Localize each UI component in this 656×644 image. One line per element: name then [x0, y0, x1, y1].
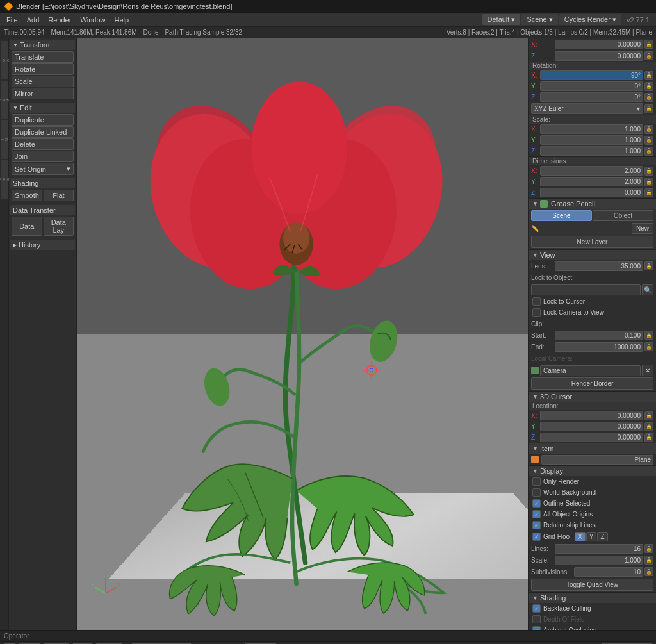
subdiv-lock[interactable]: 🔒 — [644, 567, 653, 576]
lock-object-field[interactable] — [531, 284, 641, 295]
duplicate-btn[interactable]: Duplicate — [12, 114, 74, 126]
cursor-y-value[interactable]: 0.00000 — [540, 422, 643, 431]
display-header[interactable]: ▼ Display — [529, 466, 656, 476]
rotate-btn[interactable]: Rotate — [12, 63, 74, 75]
view-header[interactable]: ▼ View — [529, 250, 656, 260]
gp-new-btn[interactable]: New — [632, 223, 653, 234]
lock-x-btn[interactable]: 🔒 — [644, 40, 653, 49]
lock-camera-check[interactable] — [532, 308, 541, 317]
workspace-selector[interactable]: Default ▾ — [482, 14, 521, 25]
clip-end-value[interactable]: 1000.000 — [555, 342, 643, 352]
grid-y-btn[interactable]: Y — [586, 532, 597, 541]
smooth-btn[interactable]: Smooth — [12, 190, 42, 201]
scale-z-value[interactable]: 1.000 — [540, 146, 643, 156]
grid-x-btn[interactable]: X — [575, 532, 586, 541]
all-obj-origins-check[interactable]: ✓ — [532, 510, 541, 518]
lock-scaley-btn[interactable]: 🔒 — [644, 136, 653, 145]
grid-scale-value[interactable]: 1.000 — [555, 556, 643, 565]
render-border-btn[interactable]: Render Border — [531, 377, 653, 390]
tab-animation[interactable]: Anim — [1, 120, 8, 159]
join-btn[interactable]: Join — [12, 151, 74, 162]
cursor-z-lock[interactable]: 🔒 — [644, 433, 653, 442]
camera-field[interactable]: Camera — [540, 365, 641, 376]
lock-scalez-btn[interactable]: 🔒 — [644, 147, 653, 156]
subdivisions-value[interactable]: 10 — [574, 567, 643, 577]
scale-lock[interactable]: 🔒 — [644, 556, 653, 565]
data-lay-btn[interactable]: Data Lay — [44, 217, 74, 236]
transform-header[interactable]: ▼ Transform — [10, 40, 75, 50]
lock-rotmode-btn[interactable]: 🔒 — [644, 104, 653, 113]
cursor-x-lock[interactable]: 🔒 — [644, 411, 653, 420]
rotation-mode-selector[interactable]: XYZ Euler ▾ — [531, 103, 643, 114]
history-header[interactable]: ▶ History — [10, 240, 75, 250]
lock-object-search-btn[interactable]: 🔍 — [642, 284, 653, 295]
dim-y-value[interactable]: 2.000 — [540, 177, 643, 186]
lock-dimz-btn[interactable]: 🔒 — [644, 188, 653, 197]
cursor-y-lock[interactable]: 🔒 — [644, 422, 653, 431]
menu-help[interactable]: Help — [111, 15, 133, 25]
toggle-quad-btn[interactable]: Toggle Quad View — [531, 579, 653, 591]
shading-prop-header[interactable]: ▼ Shading — [529, 593, 656, 603]
grid-z-btn[interactable]: Z — [597, 532, 607, 541]
dof-check[interactable] — [532, 615, 541, 623]
set-origin-btn[interactable]: Set Origin ▾ — [12, 163, 74, 175]
only-render-check[interactable] — [532, 477, 541, 486]
cursor-z-value[interactable]: 0.00000 — [540, 433, 643, 442]
lock-dimy-btn[interactable]: 🔒 — [644, 178, 653, 186]
edit-header[interactable]: ▼ Edit — [10, 103, 75, 113]
dim-z-value[interactable]: 0.000 — [540, 188, 643, 197]
clip-start-value[interactable]: 0.100 — [555, 331, 643, 340]
menu-render[interactable]: Render — [44, 15, 75, 25]
tab-grease-pencil[interactable]: GreaseP — [1, 160, 8, 199]
gp-tab-object[interactable]: Object — [593, 210, 653, 221]
gp-tab-scene[interactable]: Scene — [531, 210, 592, 221]
world-bg-check[interactable] — [532, 488, 541, 497]
item-name-field[interactable]: Plane — [541, 455, 653, 465]
scale-x-value[interactable]: 1.000 — [540, 124, 643, 134]
menu-add[interactable]: Add — [23, 15, 44, 25]
lines-value[interactable]: 16 — [555, 544, 643, 554]
viewport[interactable]: (1) Plane X Y Z — [77, 38, 528, 630]
lines-lock[interactable]: 🔒 — [644, 544, 653, 553]
grease-pencil-header[interactable]: ▼ Grease Pencil — [529, 199, 656, 209]
cursor3d-header[interactable]: ▼ 3D Cursor — [529, 392, 656, 402]
menu-file[interactable]: File — [3, 15, 22, 25]
translate-btn[interactable]: Translate — [12, 51, 74, 63]
flat-btn[interactable]: Flat — [44, 190, 74, 201]
lock-z-btn[interactable]: 🔒 — [644, 51, 653, 60]
gp-new-layer-btn[interactable]: New Layer — [531, 236, 653, 248]
backface-check[interactable]: ✓ — [532, 604, 541, 613]
lock-rotz-btn[interactable]: 🔒 — [644, 93, 653, 102]
scene-selector[interactable]: Scene ▾ — [521, 14, 557, 25]
tab-tools[interactable]: Tools — [1, 41, 8, 79]
rot-z-value[interactable]: 0° — [540, 92, 643, 102]
camera-clear-btn[interactable]: ✕ — [642, 365, 653, 376]
relationship-lines-check[interactable]: ✓ — [532, 521, 541, 529]
duplicate-linked-btn[interactable]: Duplicate Linked — [12, 126, 74, 138]
cursor-x-value[interactable]: 0.00000 — [540, 411, 643, 420]
engine-selector[interactable]: Cycles Render ▾ — [559, 14, 621, 25]
rot-y-value[interactable]: -0° — [540, 81, 643, 91]
lens-lock-btn[interactable]: 🔒 — [644, 261, 653, 270]
lens-value[interactable]: 35.000 — [555, 261, 643, 271]
item-header[interactable]: ▼ Item — [529, 443, 656, 454]
lock-roty-btn[interactable]: 🔒 — [644, 82, 653, 91]
clip-start-lock[interactable]: 🔒 — [644, 331, 653, 340]
ao-check[interactable]: ✓ — [532, 626, 541, 630]
mirror-btn[interactable]: Mirror — [12, 88, 74, 99]
clip-end-lock[interactable]: 🔒 — [644, 342, 653, 351]
scale-btn[interactable]: Scale — [12, 76, 74, 87]
lock-dimx-btn[interactable]: 🔒 — [644, 167, 653, 176]
lock-scalex-btn[interactable]: 🔒 — [644, 125, 653, 134]
grid-floor-check[interactable]: ✓ — [532, 533, 541, 541]
menu-window[interactable]: Window — [76, 15, 109, 25]
rot-x-value[interactable]: 90° — [540, 70, 643, 80]
lock-to-cursor-check[interactable] — [532, 297, 541, 306]
lock-rotx-btn[interactable]: 🔒 — [644, 71, 653, 80]
delete-btn[interactable]: Delete — [12, 138, 74, 150]
scale-y-value[interactable]: 1.000 — [540, 135, 643, 145]
tab-physics[interactable]: Physics — [1, 81, 8, 119]
data-btn[interactable]: Data — [12, 217, 42, 236]
outline-selected-check[interactable]: ✓ — [532, 499, 541, 508]
dim-x-value[interactable]: 2.000 — [540, 166, 643, 176]
